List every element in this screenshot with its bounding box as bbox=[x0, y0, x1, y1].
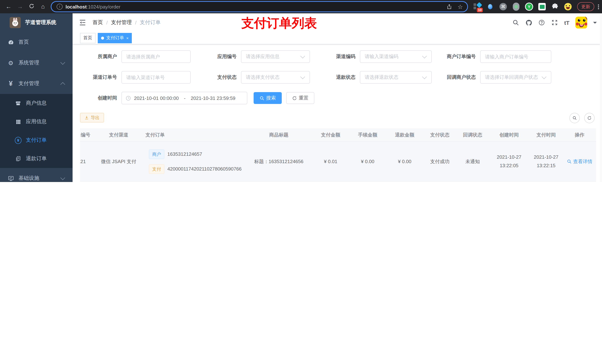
table-row[interactable]: 120 微信 JSAPI 支付 商户1635311949168 支付420000… bbox=[80, 182, 596, 182]
search-button[interactable]: 搜索 bbox=[254, 92, 282, 104]
breadcrumb-home[interactable]: 首页 bbox=[93, 19, 103, 26]
channel-order-input-wrap[interactable] bbox=[121, 71, 191, 83]
col-header-create-time: 创建时间 bbox=[489, 132, 529, 138]
extension-emoji-icon[interactable] bbox=[564, 2, 572, 11]
col-header-order: 支付订单 bbox=[142, 132, 246, 138]
tag-pay-order[interactable]: 支付订单 × bbox=[98, 33, 132, 43]
refresh-table-button[interactable] bbox=[584, 113, 595, 123]
filter-row-1: 所属商户 应用编号 请选择应用信息 渠道编码 请输入渠道编码 商户订单编号 bbox=[80, 50, 596, 63]
chevron-down-icon bbox=[422, 74, 427, 79]
bookmark-star-icon[interactable]: ☆ bbox=[457, 3, 463, 10]
user-avatar[interactable] bbox=[575, 17, 587, 29]
merchant-tag: 商户 bbox=[149, 149, 164, 159]
chevron-down-icon bbox=[60, 60, 65, 64]
extensions-row: 10 ⌘ Y bbox=[473, 2, 572, 11]
col-header-refund: 退款金额 bbox=[386, 132, 423, 138]
sidebar-item-payment[interactable]: ¥ 支付管理 bbox=[0, 73, 73, 94]
app-window: ← → ⌂ i localhost:1024/pay/order ☆ 10 ⌘ bbox=[0, 0, 602, 182]
sidebar-item-refund-order[interactable]: 退款订单 bbox=[0, 149, 73, 168]
sidebar-item-app-info[interactable]: 应用信息 bbox=[0, 113, 73, 131]
chevron-down-icon bbox=[60, 175, 65, 180]
header-search-icon[interactable] bbox=[512, 19, 519, 26]
extension-chat-icon[interactable] bbox=[538, 2, 546, 11]
pay-tag: 支付 bbox=[149, 164, 164, 174]
yen-circle-icon: ¥ bbox=[15, 137, 22, 144]
sidebar-item-label: 首页 bbox=[19, 39, 29, 45]
share-icon[interactable] bbox=[446, 3, 452, 10]
filter-label: 创建时间 bbox=[80, 95, 121, 101]
sidebar-item-label: 退款订单 bbox=[26, 155, 47, 162]
address-bar[interactable]: i localhost:1024/pay/order ☆ bbox=[52, 2, 467, 11]
extension-y-icon[interactable]: Y bbox=[525, 2, 533, 11]
extension-balloon-icon[interactable] bbox=[486, 2, 494, 11]
sidebar-item-label: 系统管理 bbox=[19, 60, 39, 66]
filter-row-3: 创建时间 2021-10-01 00:00:00 - 2021-10-31 23… bbox=[80, 92, 596, 104]
browser-forward-icon[interactable]: → bbox=[16, 3, 24, 10]
refund-status-select[interactable]: 请选择退款状态 bbox=[360, 71, 432, 83]
channel-order-input[interactable] bbox=[122, 74, 190, 80]
date-range-picker[interactable]: 2021-10-01 00:00:00 - 2021-10-31 23:59:5… bbox=[121, 92, 247, 104]
extension-command-icon[interactable]: ⌘ bbox=[499, 2, 507, 11]
table-row[interactable]: 121 微信 JSAPI 支付 商户1635312124657 支付420000… bbox=[80, 142, 596, 182]
date-end: 2021-10-31 23:59:59 bbox=[191, 95, 235, 101]
tag-close-icon[interactable]: × bbox=[126, 36, 129, 40]
main-area: 首页 / 支付管理 / 支付订单 支付订单列表 bbox=[73, 13, 602, 182]
chevron-down-icon bbox=[300, 53, 305, 58]
browser-home-icon[interactable]: ⌂ bbox=[39, 3, 47, 10]
app-title: 芋道管理系统 bbox=[25, 19, 56, 26]
browser-back-icon[interactable]: ← bbox=[4, 3, 13, 10]
breadcrumb-payment[interactable]: 支付管理 bbox=[111, 19, 132, 26]
browser-menu-icon[interactable] bbox=[598, 4, 599, 9]
sidebar-item-label: 基础设施 bbox=[19, 175, 39, 182]
fullscreen-icon[interactable] bbox=[551, 19, 558, 26]
reset-button[interactable]: 重置 bbox=[286, 92, 314, 104]
sidebar-item-merchant-info[interactable]: 商户信息 bbox=[0, 94, 73, 113]
filter-label: 渠道编码 bbox=[310, 53, 360, 60]
merchant-input[interactable] bbox=[122, 54, 190, 59]
channel-code-select[interactable]: 请输入渠道编码 bbox=[360, 50, 432, 63]
github-icon[interactable] bbox=[525, 19, 532, 26]
merchant-select[interactable] bbox=[121, 50, 191, 63]
filter-label: 渠道订单号 bbox=[80, 74, 121, 81]
col-header-amount: 支付金额 bbox=[312, 132, 349, 138]
filter-label: 回调商户状态 bbox=[432, 74, 480, 81]
extensions-puzzle-icon[interactable] bbox=[551, 2, 559, 11]
extension-recorder-icon[interactable] bbox=[512, 2, 520, 11]
app-select[interactable]: 请选择应用信息 bbox=[241, 50, 310, 63]
page-scrollbar[interactable] bbox=[600, 13, 602, 182]
browser-update-button[interactable]: 更新 bbox=[577, 2, 594, 11]
sidebar-item-home[interactable]: 首页 bbox=[0, 32, 73, 52]
export-button[interactable]: 导出 bbox=[80, 113, 104, 123]
sidebar-item-infrastructure[interactable]: 基础设施 bbox=[0, 168, 73, 182]
browser-reload-icon[interactable] bbox=[27, 3, 35, 10]
monitor-chart-icon bbox=[7, 175, 14, 182]
show-search-toggle-button[interactable] bbox=[570, 113, 580, 123]
avatar-caret-icon[interactable] bbox=[593, 22, 597, 25]
filter-label: 商户订单编号 bbox=[432, 53, 480, 60]
merchant-order-input-wrap[interactable] bbox=[480, 50, 551, 63]
sidebar-item-system[interactable]: ⚙ 系统管理 bbox=[0, 52, 73, 73]
logo-rabbit-image bbox=[10, 17, 21, 28]
sidebar-collapse-icon[interactable] bbox=[78, 19, 87, 27]
help-icon[interactable] bbox=[538, 19, 545, 26]
site-info-icon[interactable]: i bbox=[57, 4, 63, 10]
col-header-channel: 支付渠道 bbox=[96, 132, 142, 138]
view-detail-link[interactable]: 查看详情 bbox=[567, 158, 592, 165]
col-header-fee: 手续金额 bbox=[349, 132, 386, 138]
page-annotation-title: 支付订单列表 bbox=[241, 15, 317, 32]
filter-row-2: 渠道订单号 支付状态 请选择支付状态 退款状态 请选择退款状态 回调商户状态 请… bbox=[80, 71, 596, 83]
merchant-order-input[interactable] bbox=[481, 54, 551, 59]
font-size-icon[interactable]: tT bbox=[564, 20, 570, 26]
tag-home[interactable]: 首页 bbox=[80, 33, 96, 43]
pay-status: 支付成功 bbox=[423, 182, 456, 182]
extension-pin-icon[interactable]: 10 bbox=[473, 2, 481, 11]
app-logo[interactable]: 芋道管理系统 bbox=[0, 13, 73, 32]
chevron-up-icon bbox=[60, 82, 65, 87]
filter-label: 所属商户 bbox=[80, 53, 121, 60]
notify-status-select[interactable]: 请选择订单回调商户状态 bbox=[480, 71, 551, 83]
table-toolbar: 导出 bbox=[80, 113, 596, 123]
gear-icon: ⚙ bbox=[7, 60, 14, 66]
pay-status-select[interactable]: 请选择支付状态 bbox=[241, 71, 310, 83]
sidebar-item-pay-order[interactable]: ¥ 支付订单 bbox=[0, 131, 73, 149]
col-header-notify-status: 回调状态 bbox=[456, 132, 489, 138]
